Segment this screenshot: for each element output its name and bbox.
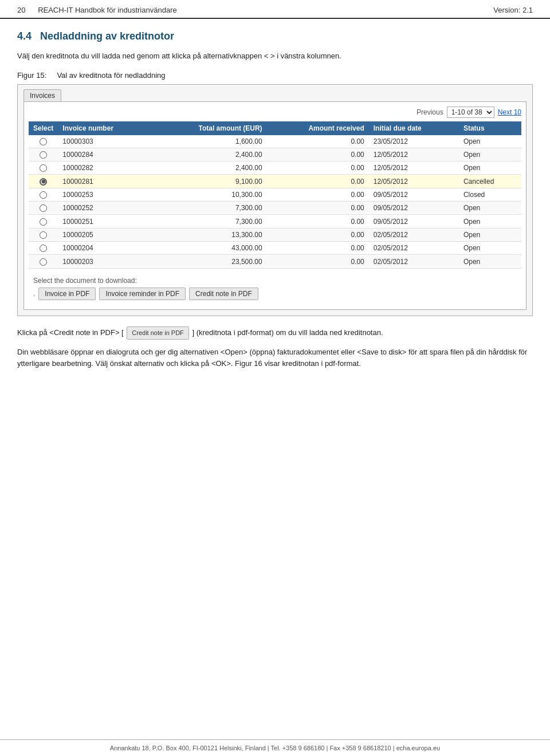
credit-note-pdf-button[interactable]: Credit note in PDF: [189, 288, 258, 300]
col-invoice-number: Invoice number: [58, 121, 152, 135]
radio-button[interactable]: [40, 191, 47, 199]
invoices-tab[interactable]: Invoices: [23, 89, 61, 101]
invoice-number-cell: 10000204: [58, 242, 152, 255]
due-date-cell: 09/05/2012: [369, 202, 459, 215]
radio-cell[interactable]: [29, 148, 58, 161]
table-area: Previous 1-10 of 38 Next 10 Select Invoi…: [23, 101, 527, 310]
next-button[interactable]: Next 10: [498, 108, 521, 116]
page-select[interactable]: 1-10 of 38: [447, 107, 494, 118]
page-number: 20: [17, 6, 25, 14]
para1-text: Klicka på <Credit note in PDF> [: [17, 328, 124, 337]
amount-received-cell: 0.00: [267, 255, 369, 268]
page-footer: Annankatu 18, P.O. Box 400, FI-00121 Hel…: [0, 739, 550, 756]
download-section: Select the document to download: . Invoi…: [29, 273, 521, 304]
radio-button[interactable]: [40, 204, 47, 212]
status-cell: Open: [459, 162, 521, 175]
footer-text: Annankatu 18, P.O. Box 400, FI-00121 Hel…: [110, 745, 440, 751]
radio-button[interactable]: [40, 178, 47, 186]
document-title: REACH-IT Handbok för industrianvändare: [38, 6, 177, 14]
table-row: 1000020443,000.000.0002/05/2012Open: [29, 242, 521, 255]
due-date-cell: 12/05/2012: [369, 175, 459, 188]
radio-cell[interactable]: [29, 175, 58, 188]
table-row: 1000025310,300.000.0009/05/2012Closed: [29, 188, 521, 201]
invoice-box: Invoices Previous 1-10 of 38 Next 10 Sel…: [17, 84, 533, 316]
radio-cell[interactable]: [29, 215, 58, 228]
radio-button[interactable]: [40, 138, 47, 145]
table-row: 100002819,100.000.0012/05/2012Cancelled: [29, 175, 521, 188]
invoice-number-cell: 10000203: [58, 255, 152, 268]
total-amount-cell: 9,100.00: [152, 175, 267, 188]
amount-received-cell: 0.00: [267, 188, 369, 201]
invoice-number-cell: 10000251: [58, 215, 152, 228]
radio-cell[interactable]: [29, 162, 58, 175]
total-amount-cell: 13,300.00: [152, 228, 267, 241]
total-amount-cell: 2,400.00: [152, 162, 267, 175]
para2-block: Din webbläsare öppnar en dialogruta och …: [17, 346, 533, 369]
invoice-number-cell: 10000281: [58, 175, 152, 188]
invoice-pdf-button[interactable]: Invoice in PDF: [38, 288, 96, 300]
invoice-number-cell: 10000205: [58, 228, 152, 241]
amount-received-cell: 0.00: [267, 135, 369, 148]
total-amount-cell: 2,400.00: [152, 148, 267, 161]
total-amount-cell: 7,300.00: [152, 215, 267, 228]
status-cell: Open: [459, 215, 521, 228]
radio-cell[interactable]: [29, 255, 58, 268]
download-buttons: . Invoice in PDF Invoice reminder in PDF…: [33, 288, 517, 300]
col-status: Status: [459, 121, 521, 135]
status-cell: Open: [459, 148, 521, 161]
invoice-number-cell: 10000282: [58, 162, 152, 175]
invoice-number-cell: 10000253: [58, 188, 152, 201]
radio-cell[interactable]: [29, 242, 58, 255]
due-date-cell: 23/05/2012: [369, 135, 459, 148]
due-date-cell: 09/05/2012: [369, 188, 459, 201]
total-amount-cell: 1,600.00: [152, 135, 267, 148]
table-row: 1000020323,500.000.0002/05/2012Open: [29, 255, 521, 268]
para2-text: Din webbläsare öppnar en dialogruta och …: [17, 348, 527, 368]
table-row: 1000020513,300.000.0002/05/2012Open: [29, 228, 521, 241]
table-row: 100002842,400.000.0012/05/2012Open: [29, 148, 521, 161]
status-cell: Open: [459, 255, 521, 268]
radio-button[interactable]: [40, 231, 47, 239]
page-header-left: 20 REACH-IT Handbok för industrianvändar…: [17, 6, 177, 14]
amount-received-cell: 0.00: [267, 175, 369, 188]
radio-cell[interactable]: [29, 228, 58, 241]
para1-block: Klicka på <Credit note in PDF> [ Credit …: [17, 326, 533, 340]
amount-received-cell: 0.00: [267, 242, 369, 255]
radio-button[interactable]: [40, 218, 47, 226]
radio-cell[interactable]: [29, 135, 58, 148]
due-date-cell: 02/05/2012: [369, 228, 459, 241]
radio-cell[interactable]: [29, 202, 58, 215]
download-label: Select the document to download:: [33, 277, 517, 285]
radio-button[interactable]: [40, 164, 47, 172]
amount-received-cell: 0.00: [267, 215, 369, 228]
invoice-number-cell: 10000284: [58, 148, 152, 161]
radio-button[interactable]: [40, 258, 47, 266]
previous-label: Previous: [417, 108, 443, 116]
amount-received-cell: 0.00: [267, 228, 369, 241]
due-date-cell: 09/05/2012: [369, 215, 459, 228]
status-cell: Closed: [459, 188, 521, 201]
table-row: 100002517,300.000.0009/05/2012Open: [29, 215, 521, 228]
total-amount-cell: 43,000.00: [152, 242, 267, 255]
dot: .: [33, 290, 35, 298]
invoice-number-cell: 10000252: [58, 202, 152, 215]
para1-end: ] (kreditnota i pdf-format) om du vill l…: [192, 328, 383, 337]
amount-received-cell: 0.00: [267, 202, 369, 215]
radio-button[interactable]: [40, 245, 47, 252]
status-cell: Cancelled: [459, 175, 521, 188]
section-title: Nedladdning av kreditnotor: [40, 30, 174, 42]
status-cell: Open: [459, 228, 521, 241]
due-date-cell: 02/05/2012: [369, 255, 459, 268]
credit-note-inline-btn: Credit note in PDF: [127, 326, 188, 340]
invoice-reminder-pdf-button[interactable]: Invoice reminder in PDF: [99, 288, 186, 300]
main-content: 4.4 Nedladdning av kreditnotor Välj den …: [0, 19, 550, 388]
section-number: 4.4: [17, 30, 32, 42]
version-label: Version: 2.1: [493, 6, 533, 14]
radio-cell[interactable]: [29, 188, 58, 201]
due-date-cell: 02/05/2012: [369, 242, 459, 255]
invoice-number-cell: 10000303: [58, 135, 152, 148]
radio-button[interactable]: [40, 151, 47, 159]
col-due-date: Initial due date: [369, 121, 459, 135]
col-total-amount: Total amount (EUR): [152, 121, 267, 135]
pagination-row: Previous 1-10 of 38 Next 10: [29, 107, 521, 118]
